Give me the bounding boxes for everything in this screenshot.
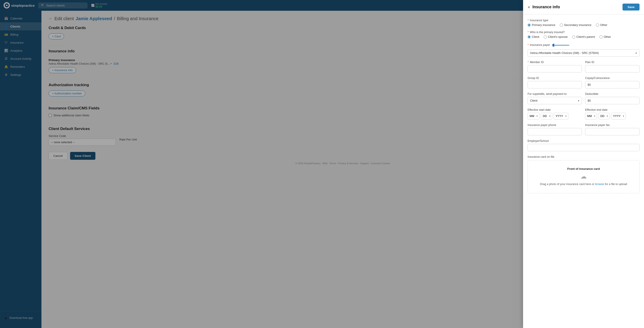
panel-title: Insurance info: [532, 5, 560, 9]
end-dd-wrapper: DD: [598, 113, 610, 119]
primary-insured-group: * Who is the primary insured? Client Cli…: [528, 31, 640, 38]
plan-id-group: Plan ID: [585, 61, 640, 72]
primary-insured-label: * Who is the primary insured?: [528, 31, 640, 34]
radio-primary-insurance[interactable]: Primary insurance: [528, 23, 555, 27]
radio-secondary-label: Secondary insurance: [564, 23, 592, 27]
card-upload-box[interactable]: Front of insurance card ☁ Drag a photo o…: [528, 160, 640, 193]
superbill-group: For superbills, send payment to Client: [528, 92, 582, 104]
member-id-label: * Member ID: [528, 61, 582, 64]
front-card-title: Front of insurance card: [532, 167, 635, 170]
radio-other-insured[interactable]: Other: [600, 35, 611, 38]
panel-close-button[interactable]: ×: [528, 5, 530, 9]
radio-primary-input[interactable]: [528, 23, 531, 27]
group-copay-row: Group ID Copay/Coinsurance: [528, 76, 640, 92]
insurance-payer-select-wrapper: Aetna Affordable Health Choices (SM) - S…: [528, 49, 640, 57]
deductible-input[interactable]: [585, 97, 640, 104]
start-yyyy-select[interactable]: YYYY: [554, 113, 568, 119]
upload-cloud-icon: ☁: [532, 173, 635, 180]
employer-label: Employer/School: [528, 139, 640, 143]
radio-clients-spouse[interactable]: Client's spouse: [544, 35, 568, 38]
radio-other-insured-input[interactable]: [600, 35, 602, 38]
group-id-label: Group ID: [528, 76, 582, 80]
radio-spouse-input[interactable]: [544, 35, 547, 38]
radio-other-input[interactable]: [596, 23, 599, 27]
radio-other-insured-label: Other: [604, 35, 611, 38]
radio-secondary-input[interactable]: [560, 23, 563, 27]
copay-label: Copay/Coinsurance: [585, 76, 640, 80]
effective-end-label: Effective end date: [585, 108, 640, 111]
payer-phone-label: Insurance payer phone: [528, 123, 582, 127]
payer-phone-input[interactable]: [528, 128, 582, 135]
end-dd-select[interactable]: DD: [598, 113, 610, 119]
effective-start-date-row: MM DD YYYY: [528, 113, 582, 119]
employer-input[interactable]: [528, 144, 640, 151]
phone-fax-row: Insurance payer phone Insurance payer fa…: [528, 123, 640, 139]
radio-client-label: Client: [532, 35, 539, 38]
insurance-payer-group: * Insurance payer Aetna Affordable Healt…: [528, 42, 640, 57]
plan-id-input[interactable]: [585, 65, 640, 72]
upload-text: Drag a photo of your insurance card here…: [532, 182, 635, 186]
primary-insured-radio-group: Client Client's spouse Client's parent O…: [528, 35, 640, 38]
panel-header: × Insurance info Save: [523, 0, 644, 14]
payer-phone-group: Insurance payer phone: [528, 123, 582, 135]
payer-fax-input[interactable]: [585, 128, 640, 135]
insurance-card-label: Insurance card on file: [528, 155, 640, 158]
effective-end-date-row: MM DD YYYY: [585, 113, 640, 119]
plan-id-label: Plan ID: [585, 61, 640, 64]
radio-other-label: Other: [600, 23, 608, 27]
insurance-card-group: Insurance card on file Front of insuranc…: [528, 155, 640, 193]
group-id-input[interactable]: [528, 81, 582, 88]
panel-body: * Insurance type Primary insurance Secon…: [523, 14, 644, 328]
radio-clients-parent[interactable]: Client's parent: [572, 35, 595, 38]
effective-start-label: Effective start date: [528, 108, 582, 111]
blue-arrow-annotation: [552, 42, 570, 48]
start-dd-select[interactable]: DD: [541, 113, 552, 119]
copay-input[interactable]: [585, 81, 640, 88]
superbill-deductible-row: For superbills, send payment to Client D…: [528, 92, 640, 108]
payer-fax-label: Insurance payer fax: [585, 123, 640, 127]
insurance-type-group: * Insurance type Primary insurance Secon…: [528, 19, 640, 27]
superbill-label: For superbills, send payment to: [528, 92, 582, 95]
radio-secondary-insurance[interactable]: Secondary insurance: [560, 23, 592, 27]
superbill-select[interactable]: Client: [528, 97, 582, 104]
radio-parent-label: Client's parent: [576, 35, 595, 38]
payer-fax-group: Insurance payer fax: [585, 123, 640, 135]
insurance-type-label: * Insurance type: [528, 19, 640, 22]
panel-save-button[interactable]: Save: [622, 3, 640, 10]
radio-primary-label: Primary insurance: [532, 23, 555, 27]
deductible-group: Deductible: [585, 92, 640, 104]
member-plan-row: * Member ID Plan ID: [528, 61, 640, 76]
radio-spouse-label: Client's spouse: [548, 35, 568, 38]
start-mm-wrapper: MM: [528, 113, 540, 119]
radio-other-insurance[interactable]: Other: [596, 23, 608, 27]
radio-client[interactable]: Client: [528, 35, 539, 38]
effective-dates-row: Effective start date MM DD YY: [528, 108, 640, 123]
start-yyyy-wrapper: YYYY: [554, 113, 568, 119]
insurance-payer-label: * Insurance payer: [528, 42, 640, 48]
start-dd-wrapper: DD: [541, 113, 552, 119]
insurance-info-panel: × Insurance info Save * Insurance type P…: [523, 0, 644, 328]
insurance-payer-select[interactable]: Aetna Affordable Health Choices (SM) - S…: [528, 49, 640, 57]
member-id-group: * Member ID: [528, 61, 582, 72]
group-id-group: Group ID: [528, 76, 582, 88]
effective-end-group: Effective end date MM DD YYYY: [585, 108, 640, 119]
member-id-input[interactable]: [528, 65, 582, 72]
end-mm-wrapper: MM: [585, 113, 597, 119]
end-mm-select[interactable]: MM: [585, 113, 597, 119]
end-yyyy-select[interactable]: YYYY: [611, 113, 626, 119]
employer-group: Employer/School: [528, 139, 640, 151]
radio-parent-input[interactable]: [572, 35, 575, 38]
radio-client-input[interactable]: [528, 35, 531, 38]
deductible-label: Deductible: [585, 92, 640, 95]
browse-link[interactable]: browse: [595, 183, 604, 186]
copay-group: Copay/Coinsurance: [585, 76, 640, 88]
insurance-type-radio-group: Primary insurance Secondary insurance Ot…: [528, 23, 640, 27]
superbill-select-wrapper: Client: [528, 97, 582, 104]
effective-start-group: Effective start date MM DD YY: [528, 108, 582, 119]
start-mm-select[interactable]: MM: [528, 113, 540, 119]
end-yyyy-wrapper: YYYY: [611, 113, 626, 119]
